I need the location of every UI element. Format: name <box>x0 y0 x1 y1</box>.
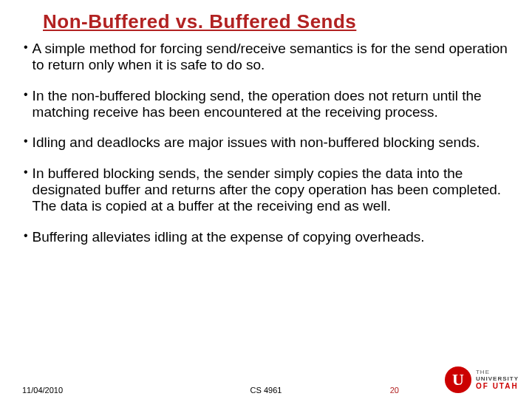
bullet-text: Idling and deadlocks are major issues wi… <box>33 134 510 151</box>
slide-title: Non-Buffered vs. Buffered Sends <box>0 0 532 33</box>
bullet-dot: • <box>22 88 33 120</box>
footer-date: 11/04/2010 <box>22 386 63 395</box>
bullet-text: A simple method for forcing send/receive… <box>33 41 510 73</box>
bullet-item: • In buffered blocking sends, the sender… <box>22 166 510 214</box>
footer-page-number: 20 <box>390 386 399 395</box>
logo-line-university: UNIVERSITY <box>476 376 519 383</box>
university-logo: THE UNIVERSITY OF UTAH <box>445 366 519 393</box>
bullet-dot: • <box>22 134 33 151</box>
bullet-text: Buffering alleviates idling at the expen… <box>33 229 510 245</box>
bullet-item: • In the non-buffered blocking send, the… <box>22 88 510 120</box>
logo-text: THE UNIVERSITY OF UTAH <box>476 369 519 391</box>
bullet-dot: • <box>22 41 33 73</box>
logo-u-icon <box>445 366 471 393</box>
bullet-dot: • <box>22 229 33 245</box>
slide-content: • A simple method for forcing send/recei… <box>0 33 532 245</box>
bullet-dot: • <box>22 166 33 214</box>
bullet-text: In buffered blocking sends, the sender s… <box>33 166 510 214</box>
logo-line-utah: OF UTAH <box>476 382 519 390</box>
bullet-item: • A simple method for forcing send/recei… <box>22 41 510 73</box>
footer-course: CS 4961 <box>250 386 282 395</box>
bullet-item: • Buffering alleviates idling at the exp… <box>22 229 510 245</box>
bullet-item: • Idling and deadlocks are major issues … <box>22 134 510 151</box>
bullet-text: In the non-buffered blocking send, the o… <box>33 88 510 120</box>
